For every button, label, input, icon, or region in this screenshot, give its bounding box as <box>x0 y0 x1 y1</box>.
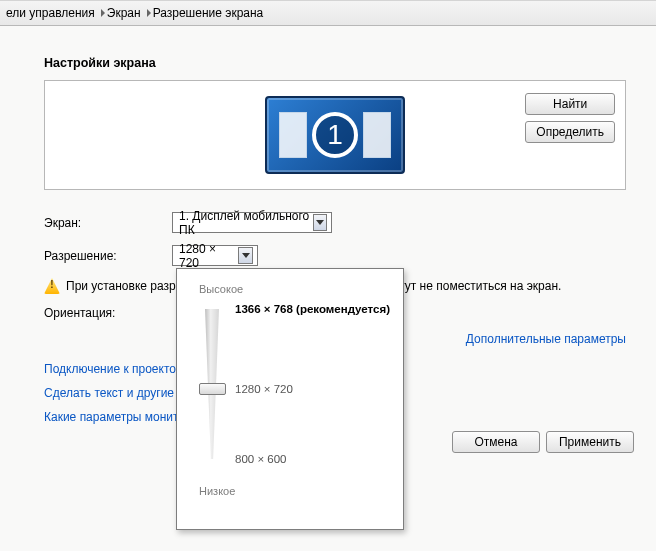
screen-dropdown[interactable]: 1. Дисплей мобильного ПК <box>172 212 332 233</box>
display-preview-area: 1 Найти Определить <box>44 80 626 190</box>
chevron-down-icon <box>313 214 327 231</box>
resolution-dropdown[interactable]: 1280 × 720 <box>172 245 258 266</box>
breadcrumb-item[interactable]: Экран <box>107 6 141 20</box>
resolution-slider-popup: Высокое 1366 × 768 (рекомендуется) 1280 … <box>176 268 404 530</box>
apply-button[interactable]: Применить <box>546 431 634 453</box>
chevron-right-icon <box>147 9 151 17</box>
page-title: Настройки экрана <box>44 56 626 70</box>
resolution-dropdown-value: 1280 × 720 <box>179 242 238 270</box>
monitor-number: 1 <box>312 112 358 158</box>
slider-thumb[interactable] <box>199 383 226 395</box>
warning-text: огут не поместиться на экран. <box>394 279 562 293</box>
slider-low-label: Низкое <box>199 485 389 497</box>
chevron-down-icon <box>238 247 253 264</box>
breadcrumb-item[interactable]: Разрешение экрана <box>153 6 264 20</box>
advanced-params-link[interactable]: Дополнительные параметры <box>466 332 626 346</box>
warning-text: При установке разр <box>66 279 176 293</box>
detect-button[interactable]: Определить <box>525 121 615 143</box>
slider-option-min: 800 × 600 <box>235 453 286 465</box>
slider-option-recommended: 1366 × 768 (рекомендуется) <box>235 303 390 315</box>
screen-dropdown-value: 1. Дисплей мобильного ПК <box>179 209 313 237</box>
monitor-preview[interactable]: 1 <box>265 96 405 174</box>
orientation-label: Ориентация: <box>44 306 172 320</box>
slider-high-label: Высокое <box>199 283 389 295</box>
cancel-button[interactable]: Отмена <box>452 431 540 453</box>
slider-option-current: 1280 × 720 <box>235 383 293 395</box>
breadcrumb-item[interactable]: ели управления <box>6 6 95 20</box>
find-button[interactable]: Найти <box>525 93 615 115</box>
resolution-label: Разрешение: <box>44 249 172 263</box>
warning-icon <box>44 278 60 294</box>
breadcrumb: ели управления Экран Разрешение экрана <box>0 0 656 26</box>
chevron-right-icon <box>101 9 105 17</box>
screen-label: Экран: <box>44 216 172 230</box>
